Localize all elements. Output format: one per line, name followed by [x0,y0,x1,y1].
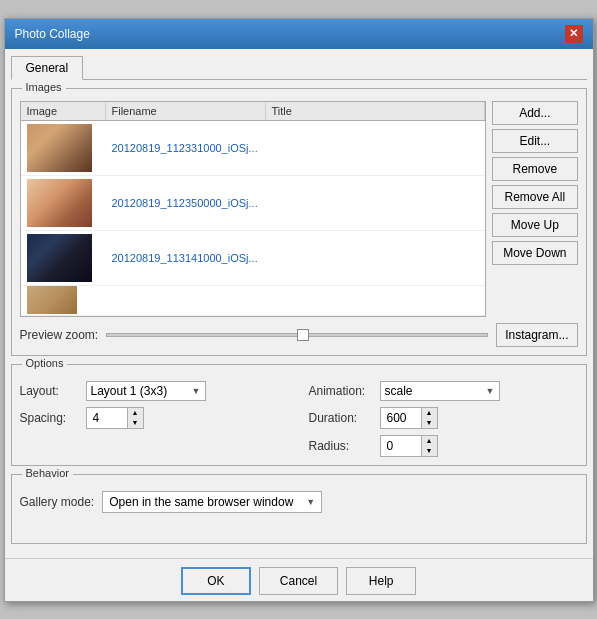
cell-filename-4 [106,297,266,303]
radius-value: 0 [381,437,421,455]
slider-container[interactable] [106,333,488,337]
animation-label: Animation: [309,384,374,398]
radius-increment[interactable]: ▲ [421,436,437,446]
layout-row: Layout: Layout 1 (3x3) ▼ [20,381,289,401]
gallery-mode-label: Gallery mode: [20,495,95,509]
spacing-label: Spacing: [20,411,80,425]
cancel-button[interactable]: Cancel [259,567,338,595]
side-buttons: Add... Edit... Remove Remove All Move Up… [492,101,577,317]
dialog: Photo Collage ✕ General Images Image Fil… [4,18,594,602]
ok-button[interactable]: OK [181,567,251,595]
table-row[interactable]: 20120819_113141000_iOSj... [21,231,486,286]
duration-spinbox-buttons: ▲ ▼ [421,408,437,428]
duration-row: Duration: 600 ▲ ▼ [309,407,578,429]
add-button[interactable]: Add... [492,101,577,125]
table-header: Image Filename Title [21,102,486,121]
thumbnail-1 [27,124,92,172]
spacing-spinbox-buttons: ▲ ▼ [127,408,143,428]
images-section: Images Image Filename Title [11,88,587,356]
cell-title-1 [266,145,486,151]
preview-zoom-row: Preview zoom: Instagram... [20,323,578,347]
cell-img-1 [21,121,106,175]
behavior-section-label: Behavior [22,467,73,479]
duration-spinbox[interactable]: 600 ▲ ▼ [380,407,438,429]
layout-select-arrow: ▼ [192,386,201,396]
thumbnail-4 [27,286,77,314]
dialog-footer: OK Cancel Help [5,558,593,601]
cell-title-3 [266,255,486,261]
options-right: Animation: scale ▼ Duration: 600 ▲ [309,381,578,457]
duration-label: Duration: [309,411,374,425]
duration-value: 600 [381,409,421,427]
remove-button[interactable]: Remove [492,157,577,181]
cell-img-4 [21,283,106,316]
remove-all-button[interactable]: Remove All [492,185,577,209]
instagram-button[interactable]: Instagram... [496,323,577,347]
cell-img-2 [21,176,106,230]
images-table: Image Filename Title 20120819_112331000_… [20,101,487,317]
radius-label: Radius: [309,439,374,453]
help-button[interactable]: Help [346,567,416,595]
cell-img-3 [21,231,106,285]
layout-select[interactable]: Layout 1 (3x3) ▼ [86,381,206,401]
spacing-row: Spacing: 4 ▲ ▼ [20,407,289,429]
table-body[interactable]: 20120819_112331000_iOSj... 20120819_1123… [21,121,486,316]
layout-label: Layout: [20,384,80,398]
images-area: Image Filename Title 20120819_112331000_… [20,101,578,317]
tab-bar: General [11,55,587,80]
preview-zoom-label: Preview zoom: [20,328,99,342]
gallery-mode-arrow: ▼ [306,497,315,507]
radius-row: Radius: 0 ▲ ▼ [309,435,578,457]
duration-increment[interactable]: ▲ [421,408,437,418]
options-grid: Layout: Layout 1 (3x3) ▼ Spacing: 4 ▲ [20,381,578,457]
slider-thumb[interactable] [297,329,309,341]
cell-title-2 [266,200,486,206]
table-row[interactable]: 20120819_112350000_iOSj... [21,176,486,231]
cell-filename-1: 20120819_112331000_iOSj... [106,139,266,157]
animation-select-arrow: ▼ [486,386,495,396]
tab-general[interactable]: General [11,56,84,80]
behavior-section: Behavior Gallery mode: Open in the same … [11,474,587,544]
duration-decrement[interactable]: ▼ [421,418,437,428]
cell-filename-3: 20120819_113141000_iOSj... [106,249,266,267]
options-section-label: Options [22,357,68,369]
table-row[interactable] [21,286,486,316]
col-title: Title [266,102,486,120]
title-bar: Photo Collage ✕ [5,19,593,49]
gallery-mode-select[interactable]: Open in the same browser window ▼ [102,491,322,513]
thumbnail-2 [27,179,92,227]
dialog-body: General Images Image Filename Title [5,49,593,558]
radius-decrement[interactable]: ▼ [421,446,437,456]
spacing-increment[interactable]: ▲ [127,408,143,418]
move-down-button[interactable]: Move Down [492,241,577,265]
options-section: Options Layout: Layout 1 (3x3) ▼ Spacing… [11,364,587,466]
table-row[interactable]: 20120819_112331000_iOSj... [21,121,486,176]
col-image: Image [21,102,106,120]
move-up-button[interactable]: Move Up [492,213,577,237]
thumbnail-3 [27,234,92,282]
behavior-row: Gallery mode: Open in the same browser w… [20,491,578,513]
animation-select[interactable]: scale ▼ [380,381,500,401]
edit-button[interactable]: Edit... [492,129,577,153]
animation-row: Animation: scale ▼ [309,381,578,401]
radius-spinbox-buttons: ▲ ▼ [421,436,437,456]
close-button[interactable]: ✕ [565,25,583,43]
dialog-title: Photo Collage [15,27,90,41]
cell-title-4 [266,297,486,303]
images-section-label: Images [22,81,66,93]
spacing-decrement[interactable]: ▼ [127,418,143,428]
radius-spinbox[interactable]: 0 ▲ ▼ [380,435,438,457]
spacing-spinbox[interactable]: 4 ▲ ▼ [86,407,144,429]
cell-filename-2: 20120819_112350000_iOSj... [106,194,266,212]
options-left: Layout: Layout 1 (3x3) ▼ Spacing: 4 ▲ [20,381,289,457]
preview-zoom-slider[interactable] [106,333,488,337]
col-filename: Filename [106,102,266,120]
spacing-value: 4 [87,409,127,427]
